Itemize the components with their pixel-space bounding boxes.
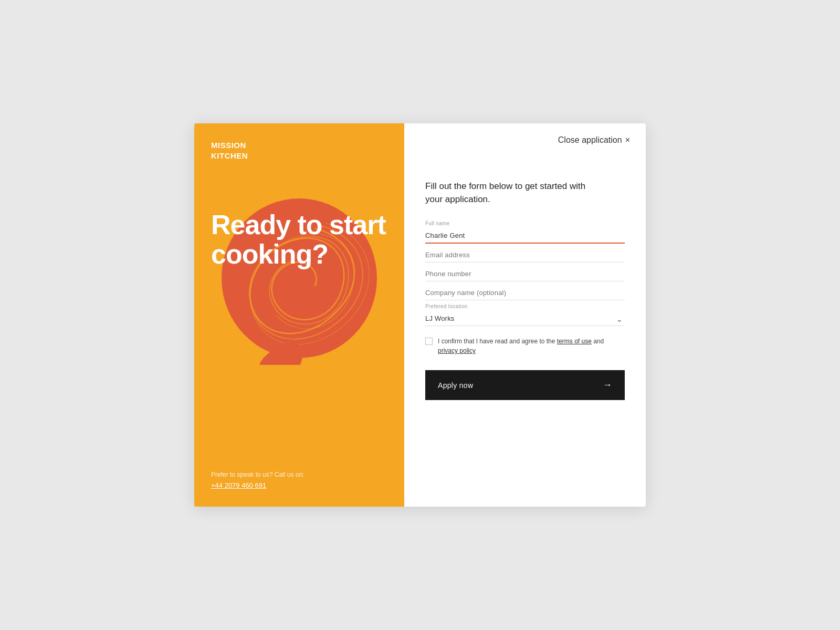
email-field — [425, 247, 625, 262]
decorative-swirl — [210, 176, 388, 365]
full-name-label: Full name — [425, 220, 625, 226]
close-icon: × — [625, 136, 630, 144]
company-input[interactable] — [425, 285, 625, 300]
consent-row: I confirm that I have read and agree to … — [425, 337, 625, 355]
consent-checkbox[interactable] — [425, 338, 433, 345]
full-name-input[interactable] — [425, 227, 625, 244]
location-select[interactable]: LJ Works North London South London East … — [425, 310, 625, 326]
location-field: Prefered location LJ Works North London … — [425, 303, 625, 326]
contact-prompt: Prefer to speak to us? Call us on: — [211, 471, 304, 478]
hero-heading: Ready to start cooking? — [211, 210, 387, 269]
apply-label: Apply now — [438, 381, 473, 390]
arrow-icon: → — [603, 380, 612, 391]
phone-field — [425, 266, 625, 281]
email-input[interactable] — [425, 247, 625, 262]
right-panel: Close application × Fill out the form be… — [404, 123, 646, 507]
consent-label: I confirm that I have read and agree to … — [438, 337, 625, 355]
modal-container: MISSION KITCHEN Ready to start cooking? … — [194, 123, 646, 507]
location-select-wrapper: LJ Works North London South London East … — [425, 310, 625, 326]
company-field — [425, 285, 625, 300]
apply-button[interactable]: Apply now → — [425, 370, 625, 400]
brand-logo: MISSION KITCHEN — [211, 140, 387, 161]
terms-link[interactable]: terms of use — [557, 338, 592, 345]
full-name-field: Full name — [425, 220, 625, 244]
location-label: Prefered location — [425, 303, 625, 309]
bottom-contact: Prefer to speak to us? Call us on: +44 2… — [211, 471, 304, 490]
phone-input[interactable] — [425, 266, 625, 281]
close-button[interactable]: Close application × — [558, 136, 630, 144]
left-panel: MISSION KITCHEN Ready to start cooking? … — [194, 123, 404, 507]
form-intro: Fill out the form below to get started w… — [425, 180, 604, 206]
privacy-link[interactable]: privacy policy — [438, 347, 476, 354]
close-label: Close application — [558, 136, 622, 144]
contact-phone[interactable]: +44 2079 460 691 — [211, 481, 266, 489]
hero-text: Ready to start cooking? — [211, 210, 387, 269]
application-form: Fill out the form below to get started w… — [425, 180, 625, 400]
